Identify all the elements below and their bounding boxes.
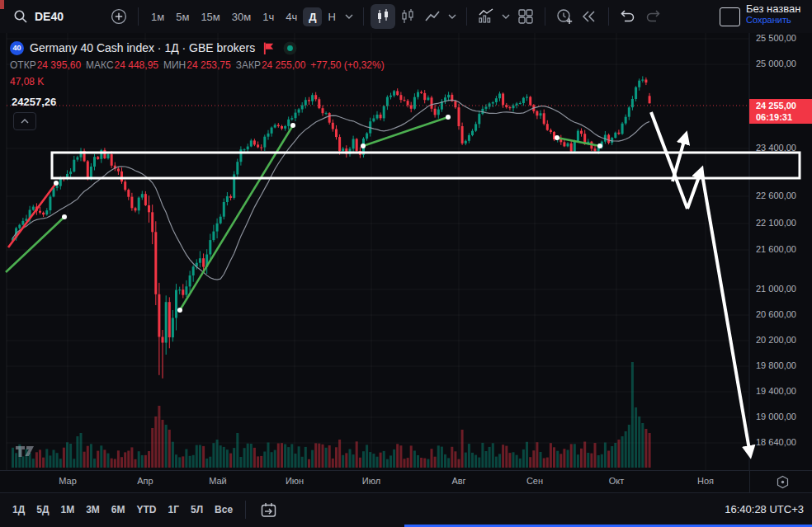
bar-countdown: 06:19:31 — [756, 111, 812, 123]
hollow-candles-icon — [399, 7, 417, 26]
chevron-down-icon — [502, 14, 510, 19]
interval-buttons: 1м5м15м30м1ч4чДН — [145, 7, 342, 26]
bar-replay-button[interactable] — [577, 4, 602, 29]
layout-color-square[interactable] — [720, 7, 740, 26]
toolbar-separator — [138, 7, 139, 26]
layout-title[interactable]: Без назван — [746, 2, 812, 15]
chart-legend: 40 Germany 40 Cash index · 1Д · GBE brok… — [10, 40, 385, 87]
range-button-5Д[interactable]: 5Д — [31, 499, 54, 520]
last-price-axis-label: 24 255,00 06:19:31 — [749, 99, 812, 124]
go-to-date-button[interactable] — [261, 502, 277, 518]
interval-button-5м[interactable]: 5м — [170, 7, 195, 26]
range-button-Все[interactable]: Все — [209, 499, 238, 520]
ohlc-value: 24 395,60 — [37, 59, 81, 71]
range-button-1М[interactable]: 1М — [54, 499, 80, 520]
interval-button-4ч[interactable]: 4ч — [280, 7, 303, 26]
search-icon — [13, 9, 28, 24]
month-label-Сен: Сен — [518, 476, 551, 486]
interval-dropdown-button[interactable] — [342, 4, 356, 29]
save-layout-link[interactable]: Сохранить — [746, 15, 812, 25]
month-label-Июн: Июн — [278, 476, 311, 486]
last-price-value: 24 255,00 — [756, 100, 812, 111]
redo-button[interactable] — [640, 4, 665, 29]
month-label-Апр: Апр — [129, 476, 162, 486]
interval-button-30м[interactable]: 30м — [226, 7, 257, 26]
chevron-down-icon — [448, 14, 456, 19]
create-alert-button[interactable] — [552, 4, 577, 29]
flag-icon[interactable] — [263, 42, 275, 54]
legend-title[interactable]: Germany 40 Cash index · 1Д · GBE brokers — [30, 41, 255, 54]
range-button-5Л[interactable]: 5Л — [185, 499, 209, 520]
price-chart-canvas[interactable] — [0, 33, 812, 470]
axis-corner-divider — [749, 471, 750, 493]
top-toolbar: DE40 1м5м15м30м1ч4чДН — [0, 0, 812, 34]
alert-clock-icon — [555, 7, 574, 26]
redo-arrow-icon — [644, 9, 661, 24]
range-button-1Г[interactable]: 1Г — [162, 499, 184, 520]
symbol-name[interactable]: DE40 — [35, 10, 64, 23]
toolbar-separator — [363, 7, 364, 26]
plus-circle-icon — [111, 8, 127, 25]
change-value: +77,50 (+0,32%) — [310, 59, 384, 71]
month-label-Авг: Авг — [442, 476, 475, 486]
ohlc-label: ОТКР — [10, 59, 36, 71]
layout-title-block[interactable]: Без назван Сохранить — [746, 2, 812, 31]
chart-style-hollow-candles-button[interactable] — [395, 4, 420, 29]
undo-arrow-icon — [620, 9, 636, 24]
bottom-toolbar: 1Д5Д1М3М6МYTD1Г5ЛВсе 16:40:28 UTC+3 — [0, 492, 812, 527]
month-label-Окт: Окт — [600, 476, 633, 486]
indicators-button[interactable] — [474, 4, 498, 29]
undo-button[interactable] — [616, 4, 640, 29]
volume-value: 47,08 K — [10, 76, 385, 87]
interval-button-15м[interactable]: 15м — [195, 7, 225, 26]
chevron-up-icon — [21, 119, 29, 124]
compare-add-button[interactable] — [106, 4, 131, 29]
grid-layout-icon — [517, 8, 534, 25]
range-button-6М[interactable]: 6М — [106, 499, 131, 520]
current-price-left-label: 24257,26 — [12, 96, 56, 108]
month-label-Июл: Июл — [355, 476, 388, 486]
chart-style-candles-button[interactable] — [371, 4, 395, 29]
interval-button-1ч[interactable]: 1ч — [257, 7, 280, 26]
line-chart-icon — [423, 8, 441, 25]
replay-icon — [580, 9, 598, 24]
ohlc-value: 24 255,00 — [262, 59, 305, 71]
screen-corner-artifact — [0, 0, 4, 9]
month-label-Мар: Мар — [51, 476, 84, 486]
range-button-YTD[interactable]: YTD — [130, 499, 162, 520]
chart-style-line-button[interactable] — [420, 4, 445, 29]
toolbar-separator — [608, 7, 609, 26]
toolbar-separator — [545, 7, 545, 26]
ohlc-label: ЗАКР — [236, 59, 261, 71]
legend-collapse-button[interactable] — [13, 112, 36, 130]
range-button-3М[interactable]: 3М — [80, 499, 106, 520]
tradingview-window: DE40 1м5м15м30м1ч4чДН — [0, 0, 812, 527]
symbol-search-button[interactable] — [8, 4, 33, 29]
interval-button-Д[interactable]: Д — [303, 7, 322, 26]
interval-button-1м[interactable]: 1м — [145, 7, 170, 26]
ohlc-row: ОТКР24 395,60МАКС24 448,95МИН24 253,75ЗА… — [10, 59, 385, 71]
interval-button-Н[interactable]: Н — [322, 7, 341, 26]
ohlc-value: 24 448,95 — [115, 59, 158, 71]
month-label-Ноя: Ноя — [689, 476, 722, 486]
calendar-icon — [261, 502, 277, 518]
month-label-Май: Май — [201, 476, 234, 486]
chevron-down-icon — [345, 14, 353, 19]
ohlc-label: МИН — [163, 59, 186, 71]
gear-icon — [776, 475, 790, 489]
axis-settings-button[interactable] — [771, 473, 794, 491]
chart-pane[interactable]: 40 Germany 40 Cash index · 1Д · GBE brok… — [0, 33, 812, 470]
ohlc-label: МАКС — [86, 59, 114, 71]
layout-grid-button[interactable] — [513, 4, 538, 29]
indicators-icon — [477, 8, 495, 25]
time-axis[interactable]: МарАпрМайИюнИюлАвгСенОктНоя — [0, 470, 812, 493]
candles-icon — [374, 7, 392, 26]
toolbar-separator — [466, 7, 467, 26]
tradingview-logo[interactable] — [15, 444, 43, 459]
symbol-logo: 40 — [10, 41, 24, 55]
range-button-1Д[interactable]: 1Д — [7, 499, 31, 520]
market-status-icon[interactable] — [283, 41, 297, 55]
chart-style-dropdown-button[interactable] — [445, 4, 460, 29]
indicators-dropdown-button[interactable] — [498, 4, 513, 29]
clock[interactable]: 16:40:28 UTC+3 — [725, 503, 804, 515]
